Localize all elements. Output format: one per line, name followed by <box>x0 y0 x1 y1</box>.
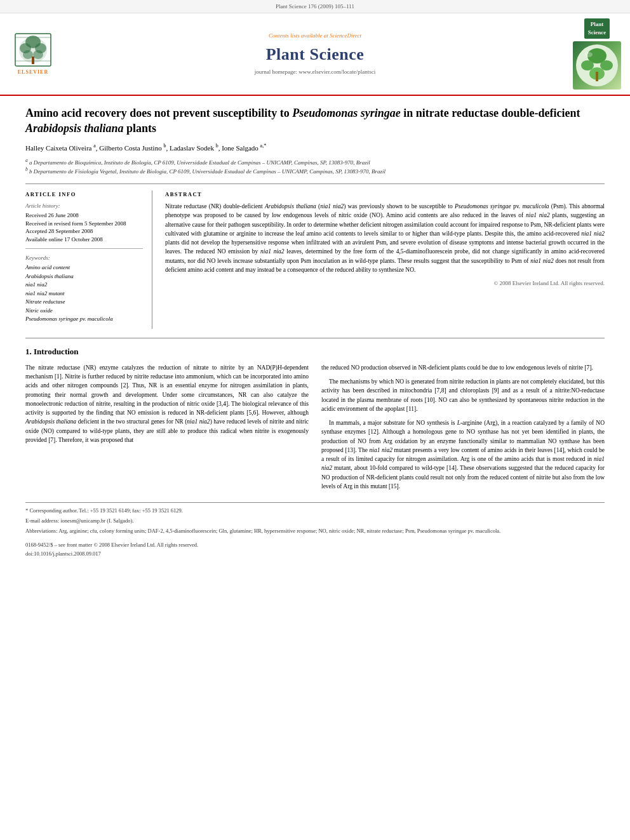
article-info-abstract: ARTICLE INFO Article history: Received 2… <box>25 183 605 329</box>
sciencedirect-name[interactable]: ScienceDirect <box>330 32 361 39</box>
doi-line: doi:10.1016/j.plantsci.2008.09.017 <box>25 550 605 559</box>
keyword-6: Nitric oxide <box>25 307 143 316</box>
article-info-label: ARTICLE INFO <box>25 190 143 198</box>
journal-name: Plant Science <box>65 43 565 67</box>
sciencedirect-link: Contents lists available at ScienceDirec… <box>65 32 565 40</box>
section-1-heading: 1. Introduction <box>25 346 605 358</box>
elsevier-text: ELSEVIER <box>18 69 48 76</box>
affiliations: a a Departamento de Bioquímica, Institut… <box>25 157 605 176</box>
keywords-list: Amino acid content Arabidopsis thaliana … <box>25 263 143 324</box>
intro-left-para: The nitrate reductase (NR) enzyme cataly… <box>25 363 309 444</box>
elsevier-logo: ELSEVIER <box>8 32 58 76</box>
revised-date: Received in revised form 5 September 200… <box>25 220 143 228</box>
intro-left-col: The nitrate reductase (NR) enzyme cataly… <box>25 363 309 496</box>
intro-right-para-2: The mechanisms by which NO is generated … <box>321 377 605 413</box>
abstract-text: Nitrate reductase (NR) double-deficient … <box>165 202 605 274</box>
keywords-group: Keywords: Amino acid content Arabidopsis… <box>25 254 143 324</box>
article-info-panel: ARTICLE INFO Article history: Received 2… <box>25 190 152 329</box>
footnotes: * Corresponding author. Tel.: +55 19 352… <box>25 502 605 535</box>
abstract-panel: ABSTRACT Nitrate reductase (NR) double-d… <box>165 190 605 329</box>
journal-bar: Plant Science 176 (2009) 105–111 <box>0 0 630 13</box>
plant-science-badge: PlantScience <box>584 18 610 39</box>
plant-thumbnail-icon <box>575 43 619 88</box>
keywords-label: Keywords: <box>25 254 143 262</box>
svg-rect-1 <box>32 57 34 64</box>
intro-two-col: The nitrate reductase (NR) enzyme cataly… <box>25 363 605 496</box>
article-content: Amino acid recovery does not prevent sus… <box>0 96 630 571</box>
affiliation-b: b b Departamento de Fisiologia Vegetal, … <box>25 166 605 176</box>
journal-badge: PlantScience <box>572 18 622 90</box>
accepted-date: Accepted 28 September 2008 <box>25 227 143 236</box>
body-text: 1. Introduction The nitrate reductase (N… <box>25 338 605 559</box>
online-date: Available online 17 October 2008 <box>25 236 143 244</box>
received-date: Received 26 June 2008 <box>25 211 143 220</box>
keyword-4: nia1 nia2 mutant <box>25 290 143 298</box>
keyword-7: Pseudomonas syringae pv. maculicola <box>25 315 143 324</box>
journal-header: ELSEVIER Contents lists available at Sci… <box>0 13 630 96</box>
issn-line: 0168-9452/$ – see front matter © 2008 El… <box>25 541 605 550</box>
journal-thumbnail <box>573 41 621 90</box>
svg-point-5 <box>23 50 33 59</box>
email-footnote: E-mail address: ionesm@unicamp.br (I. Sa… <box>25 517 605 525</box>
abbreviations-footnote: Abbreviations: Arg, arginine; cfu, colon… <box>25 527 605 535</box>
bottom-bar: 0168-9452/$ – see front matter © 2008 El… <box>25 541 605 558</box>
svg-point-6 <box>33 50 43 59</box>
keyword-3: nia1 nia2 <box>25 281 143 290</box>
journal-center-info: Contents lists available at ScienceDirec… <box>65 32 565 76</box>
history-label: Article history: <box>25 202 143 210</box>
intro-right-para-1: the reduced NO production observed in NR… <box>321 363 605 372</box>
intro-right-para-3: In mammals, a major substrate for NO syn… <box>321 418 605 491</box>
elsevier-tree-icon <box>14 32 52 67</box>
history-group: Article history: Received 26 June 2008 R… <box>25 202 143 243</box>
keyword-2: Arabidopsis thaliana <box>25 272 143 281</box>
authors: Halley Caixeta Oliveira a, Gilberto Cost… <box>25 142 605 154</box>
article-title: Amino acid recovery does not prevent sus… <box>25 106 605 136</box>
intro-right-col: the reduced NO production observed in NR… <box>321 363 605 496</box>
affiliation-a: a a Departamento de Bioquímica, Institut… <box>25 157 605 167</box>
keyword-1: Amino acid content <box>25 263 143 272</box>
keyword-5: Nitrate reductase <box>25 298 143 307</box>
journal-citation: Plant Science 176 (2009) 105–111 <box>276 3 354 10</box>
corresponding-footnote: * Corresponding author. Tel.: +55 19 352… <box>25 507 605 515</box>
journal-homepage: journal homepage: www.elsevier.com/locat… <box>65 68 565 76</box>
svg-point-16 <box>585 52 593 57</box>
copyright: © 2008 Elsevier Ireland Ltd. All rights … <box>165 279 605 288</box>
abstract-label: ABSTRACT <box>165 190 605 198</box>
svg-rect-15 <box>596 72 598 81</box>
